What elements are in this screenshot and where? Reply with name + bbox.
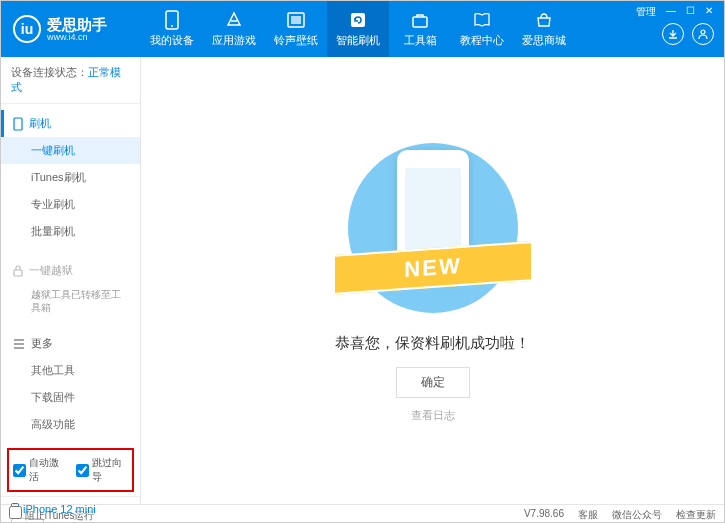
- book-icon: [472, 10, 492, 30]
- phone-small-icon: [13, 117, 23, 131]
- lock-icon: [13, 265, 23, 277]
- ok-button[interactable]: 确定: [396, 367, 470, 398]
- menu-icon: [13, 339, 25, 349]
- sidebar-more-header[interactable]: 更多: [1, 330, 140, 357]
- sidebar-flash-header[interactable]: 刷机: [1, 110, 140, 137]
- toolbox-icon: [410, 10, 430, 30]
- success-illustration: NEW: [333, 138, 533, 318]
- wechat-link[interactable]: 微信公众号: [612, 508, 662, 522]
- version-label: V7.98.66: [524, 508, 564, 522]
- refresh-icon: [348, 10, 368, 30]
- nav-flash[interactable]: 智能刷机: [327, 1, 389, 57]
- view-log-link[interactable]: 查看日志: [411, 408, 455, 423]
- sidebar-item-oneclick[interactable]: 一键刷机: [1, 137, 140, 164]
- connection-status: 设备连接状态：正常模式: [1, 57, 140, 104]
- success-message: 恭喜您，保资料刷机成功啦！: [335, 334, 530, 353]
- header: iu 爱思助手 www.i4.cn 我的设备 应用游戏 铃声壁纸 智能刷机 工具…: [1, 1, 724, 57]
- logo: iu 爱思助手 www.i4.cn: [1, 15, 141, 43]
- nav-toolbox[interactable]: 工具箱: [389, 1, 451, 57]
- sidebar-item-firmware[interactable]: 下载固件: [1, 384, 140, 411]
- sidebar-item-itunes[interactable]: iTunes刷机: [1, 164, 140, 191]
- app-url: www.i4.cn: [47, 32, 107, 42]
- nav-tutorials[interactable]: 教程中心: [451, 1, 513, 57]
- phone-icon: [162, 10, 182, 30]
- options-row: 自动激活 跳过向导: [7, 448, 134, 492]
- svg-rect-4: [351, 13, 365, 27]
- svg-point-6: [701, 30, 705, 34]
- sidebar-item-other[interactable]: 其他工具: [1, 357, 140, 384]
- close-button[interactable]: ✕: [702, 5, 716, 19]
- skip-guide-checkbox[interactable]: 跳过向导: [76, 456, 129, 484]
- window-controls: 管理 — ☐ ✕: [633, 5, 716, 19]
- sidebar-item-pro[interactable]: 专业刷机: [1, 191, 140, 218]
- app-name: 爱思助手: [47, 17, 107, 32]
- block-itunes-checkbox[interactable]: 阻止iTunes运行: [9, 506, 94, 523]
- nav-apps[interactable]: 应用游戏: [203, 1, 265, 57]
- nav-ringtones[interactable]: 铃声壁纸: [265, 1, 327, 57]
- svg-rect-3: [291, 16, 301, 24]
- download-icon[interactable]: [662, 23, 684, 45]
- apps-icon: [224, 10, 244, 30]
- svg-rect-8: [14, 270, 22, 276]
- user-icon[interactable]: [692, 23, 714, 45]
- sidebar-item-advanced[interactable]: 高级功能: [1, 411, 140, 438]
- update-link[interactable]: 检查更新: [676, 508, 716, 522]
- minimize-button[interactable]: —: [663, 5, 679, 19]
- nav-my-device[interactable]: 我的设备: [141, 1, 203, 57]
- manage-button[interactable]: 管理: [633, 5, 659, 19]
- store-icon: [534, 10, 554, 30]
- nav-store[interactable]: 爱思商城: [513, 1, 575, 57]
- sidebar-item-batch[interactable]: 批量刷机: [1, 218, 140, 245]
- svg-rect-5: [413, 17, 427, 27]
- auto-activate-checkbox[interactable]: 自动激活: [13, 456, 66, 484]
- support-link[interactable]: 客服: [578, 508, 598, 522]
- main-content: NEW 恭喜您，保资料刷机成功啦！ 确定 查看日志: [141, 57, 724, 504]
- jailbreak-note: 越狱工具已转移至工具箱: [1, 284, 140, 318]
- wallpaper-icon: [286, 10, 306, 30]
- new-ribbon: NEW: [333, 241, 533, 295]
- sidebar: 设备连接状态：正常模式 刷机 一键刷机 iTunes刷机 专业刷机 批量刷机 一…: [1, 57, 141, 504]
- maximize-button[interactable]: ☐: [683, 5, 698, 19]
- svg-point-1: [171, 25, 173, 27]
- svg-rect-7: [14, 118, 22, 130]
- logo-icon: iu: [13, 15, 41, 43]
- sidebar-jailbreak-header: 一键越狱: [1, 257, 140, 284]
